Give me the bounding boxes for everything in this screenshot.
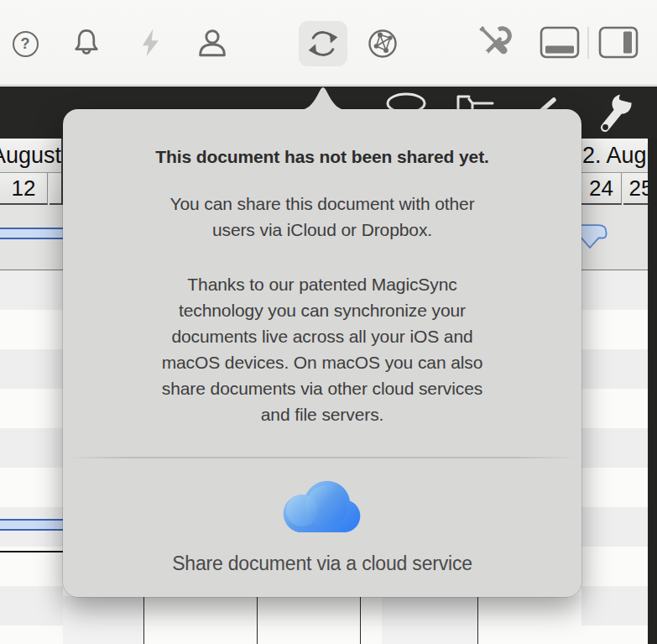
month-text: August xyxy=(0,143,61,169)
outline-grid xyxy=(63,596,581,644)
column-border xyxy=(257,596,258,644)
popover-paragraph-2: Thanks to our patented MagicSync technol… xyxy=(63,271,581,427)
day-number: 24 xyxy=(589,175,613,202)
help-icon: ? xyxy=(13,31,39,57)
gantt-bar xyxy=(0,519,63,531)
gantt-rows-right xyxy=(581,270,648,644)
column-border xyxy=(143,596,144,644)
column-shade xyxy=(63,596,143,644)
sync-icon xyxy=(305,26,341,61)
column-border xyxy=(477,596,478,644)
sync-button[interactable] xyxy=(299,21,347,66)
bell-icon xyxy=(70,26,102,58)
help-button[interactable]: ? xyxy=(3,20,47,67)
timeline-header-right: 2. Augu 24 25 xyxy=(581,139,648,205)
network-button[interactable] xyxy=(361,20,404,67)
user-icon xyxy=(196,27,229,60)
icloud-icon[interactable] xyxy=(277,479,368,536)
gantt-bar xyxy=(0,228,63,239)
panel-bottom-button[interactable] xyxy=(538,18,581,65)
day-cell: 12 xyxy=(0,173,48,205)
popover-title: This document has not been shared yet. xyxy=(63,147,581,167)
toolbar-divider xyxy=(587,27,589,59)
month-label-right: 2. Augu xyxy=(581,139,648,173)
day-number: 12 xyxy=(12,175,36,202)
help-glyph: ? xyxy=(21,35,30,53)
user-button[interactable] xyxy=(190,20,234,67)
network-globe-icon xyxy=(366,27,399,60)
column-shade xyxy=(382,596,477,644)
settings-wrench-icon[interactable] xyxy=(591,92,643,139)
day-cell: 24 xyxy=(581,173,622,205)
notifications-button[interactable] xyxy=(65,18,108,65)
lightning-bolt-icon xyxy=(135,26,167,58)
popover-paragraph-1: You can share this document with other u… xyxy=(63,191,581,243)
share-action-label[interactable]: Share document via a cloud service xyxy=(63,552,581,575)
share-popover: This document has not been shared yet. Y… xyxy=(63,109,581,597)
panel-bottom-icon xyxy=(539,24,581,60)
panel-right-icon xyxy=(597,24,639,60)
month-label-left: August xyxy=(0,139,61,173)
window-edge xyxy=(648,139,657,644)
tools-button[interactable] xyxy=(472,18,515,65)
main-toolbar: ? xyxy=(0,0,657,86)
summary-bar xyxy=(0,551,63,552)
popover-divider xyxy=(67,457,577,458)
day-number: 25 xyxy=(629,175,649,202)
day-cell: 25 xyxy=(623,173,649,205)
timeline-header-left: August 12 xyxy=(0,139,63,205)
popover-arrow xyxy=(299,86,347,110)
gantt-rows-left xyxy=(0,270,63,644)
column-border xyxy=(360,596,361,644)
panel-right-button[interactable] xyxy=(597,18,640,65)
gantt-band-left xyxy=(0,205,63,270)
month-text: 2. Augu xyxy=(582,143,648,169)
tools-icon xyxy=(475,24,512,60)
share-cloud-action[interactable]: Share document via a cloud service xyxy=(63,479,581,575)
day-cell-partial xyxy=(50,173,62,205)
activity-button[interactable] xyxy=(129,18,173,65)
